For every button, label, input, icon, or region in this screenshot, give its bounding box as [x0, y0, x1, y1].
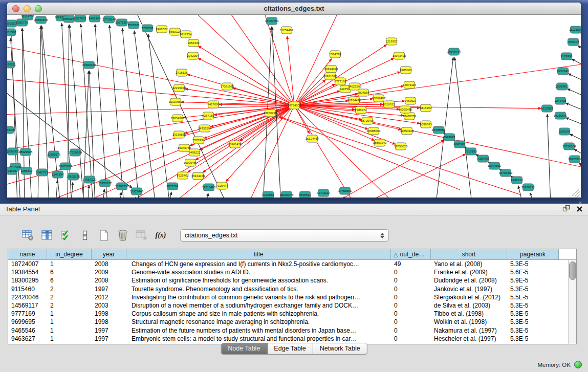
graph-node[interactable]: 9129966 — [560, 53, 573, 60]
graph-node[interactable]: 1527602 — [74, 15, 86, 22]
graph-node[interactable]: 1213957 — [385, 38, 398, 45]
graph-node[interactable]: 10807487 — [372, 95, 386, 102]
scrollbar-thumb[interactable] — [569, 261, 576, 280]
table-row[interactable]: 1830029562008Estimation of significance … — [8, 276, 569, 285]
function-builder-icon[interactable]: f(x) — [154, 229, 167, 242]
table-row[interactable]: 1872400712008Changes of HCN gene express… — [8, 260, 569, 268]
graph-node[interactable]: 12973115 — [403, 81, 417, 89]
graph-node[interactable]: 1599297 — [558, 128, 571, 135]
graph-node[interactable]: 6845102 — [453, 141, 466, 148]
graph-node[interactable]: 8267150 — [202, 112, 214, 119]
graph-node[interactable]: 18114703 — [21, 15, 35, 20]
graph-node[interactable]: 9227343 — [557, 68, 569, 75]
graph-node[interactable]: 5498222 — [188, 149, 201, 156]
graph-node[interactable]: 13716485 — [202, 184, 216, 191]
graph-node[interactable]: 18495759 — [403, 113, 417, 120]
graph-node[interactable]: 21953346 — [82, 61, 96, 69]
minimize-button[interactable] — [24, 5, 31, 12]
table-row[interactable]: 946362711997Embryonic stem cells: a mode… — [8, 335, 569, 343]
window-titlebar[interactable]: citations_edges.txt — [7, 3, 581, 15]
graph-node[interactable]: 12066950 — [7, 148, 20, 155]
tab-node-table[interactable]: Node Table — [221, 343, 267, 354]
graph-node[interactable]: 18929528 — [19, 148, 33, 156]
graph-node[interactable]: 16961426 — [228, 141, 242, 148]
graph-node[interactable]: 7942757 — [36, 169, 48, 176]
graph-node[interactable]: 1156819 — [21, 167, 33, 174]
graph-node[interactable]: 10107552 — [169, 98, 183, 105]
graph-node[interactable]: 19756028 — [394, 143, 408, 150]
graph-node[interactable]: 7625402 — [177, 172, 189, 179]
graph-node[interactable]: 20364436 — [347, 97, 361, 104]
graph-node[interactable]: 17081983 — [221, 83, 234, 90]
graph-node[interactable]: 9463627 — [404, 97, 417, 104]
delete-column-icon[interactable] — [116, 229, 129, 242]
graph-node[interactable]: 9331592 — [7, 167, 18, 174]
graph-node[interactable]: 16914479 — [191, 172, 205, 180]
graph-node[interactable]: 16958107 — [98, 180, 112, 187]
graph-node[interactable]: 9777169 — [334, 78, 346, 85]
table-row[interactable]: 1456911722003Disruption of a novel membe… — [8, 301, 569, 310]
table-mode-icon[interactable] — [21, 229, 35, 242]
graph-node[interactable]: 20691406 — [34, 16, 48, 24]
graph-node[interactable]: 12450121 — [521, 184, 535, 191]
graph-node[interactable]: 16944562 — [488, 162, 502, 169]
tab-network-table[interactable]: Network Table — [313, 343, 367, 354]
graph-node[interactable]: 12093852 — [555, 83, 569, 90]
panel-toggle-icon[interactable] — [78, 229, 92, 242]
graph-node[interactable]: 10973493 — [393, 52, 406, 59]
graph-node[interactable]: 18234078 — [280, 191, 294, 198]
graph-node[interactable]: 7463822 — [156, 26, 168, 33]
graph-node[interactable]: 10688609 — [367, 127, 381, 135]
column-visibility-icon[interactable] — [40, 229, 54, 242]
graph-node[interactable]: 14353594 — [198, 125, 212, 132]
graph-node[interactable]: 11121504 — [569, 26, 581, 33]
graph-node[interactable]: 1575107 — [567, 38, 579, 46]
close-panel-icon[interactable] — [576, 205, 583, 214]
graph-node[interactable]: 8933923 — [443, 134, 455, 141]
graph-node[interactable]: 1654339 — [187, 39, 200, 47]
delete-table-icon[interactable] — [135, 229, 148, 242]
graph-node[interactable]: 20330511 — [7, 61, 16, 68]
graph-node[interactable]: 14755251 — [338, 187, 352, 194]
table-row[interactable]: 946554611997Estimation of the future num… — [8, 326, 569, 335]
graph-node[interactable]: 17359934 — [69, 149, 82, 156]
graph-node[interactable]: 16648784 — [447, 48, 461, 55]
graph-node[interactable]: 20394023 — [324, 65, 338, 73]
network-view-window[interactable]: citations_edges.txt 16953505905571420691… — [7, 3, 581, 198]
graph-node[interactable]: 16099489 — [184, 159, 198, 166]
graph-node[interactable]: 18720407 — [361, 117, 375, 124]
column-header-in_degree[interactable]: in_degree — [47, 249, 92, 259]
graph-node[interactable]: 16408954 — [432, 126, 446, 134]
graph-node[interactable]: 7919105 — [465, 148, 477, 155]
graph-node[interactable]: 7386372 — [355, 106, 367, 114]
table-row[interactable]: 2242004622012Investigating the contribut… — [8, 293, 569, 301]
table-row[interactable]: 1938455462009Genome-wide association stu… — [8, 268, 569, 276]
column-header-short[interactable]: short — [431, 249, 507, 259]
graph-node[interactable]: 9912954 — [180, 31, 192, 38]
table-row[interactable]: 977716911998Corpus callosum shape and si… — [8, 310, 569, 318]
graph-node[interactable]: 13505135 — [67, 173, 80, 180]
graph-node[interactable]: 3824554 — [357, 89, 369, 96]
graph-node[interactable]: 15134457 — [306, 135, 319, 142]
graph-node[interactable]: 16143305 — [7, 126, 15, 134]
graph-node[interactable]: 2718126 — [176, 69, 188, 76]
table-row[interactable]: 969969511998Structural magnetic resonanc… — [8, 318, 569, 326]
graph-node[interactable]: 2342004 — [187, 52, 199, 59]
row-selection-icon[interactable] — [59, 229, 73, 242]
graph-node[interactable]: 9115460 — [420, 104, 432, 112]
graph-node[interactable]: 18134704 — [265, 17, 279, 25]
graph-node[interactable]: 9192683 — [262, 191, 274, 198]
column-header-pagerank[interactable]: pagerank — [507, 249, 559, 259]
graph-node[interactable]: 9699695 — [420, 121, 432, 128]
graph-node[interactable]: 17016504 — [562, 143, 576, 150]
graph-node[interactable]: 19166852 — [172, 131, 186, 138]
graph-node[interactable]: 9361518 — [7, 29, 16, 36]
column-header-title[interactable]: title — [126, 249, 391, 259]
column-header-out_de[interactable]: △out_de… — [391, 249, 431, 259]
graph-node[interactable]: 18724007 — [288, 102, 301, 109]
graph-node[interactable]: 20206576 — [47, 151, 61, 158]
graph-node[interactable]: 11254493 — [280, 27, 294, 34]
graph-node[interactable]: 10719144 — [102, 16, 116, 23]
graph-node[interactable]: 8216012 — [383, 101, 395, 108]
graph-node[interactable]: 1145194 — [52, 171, 64, 178]
